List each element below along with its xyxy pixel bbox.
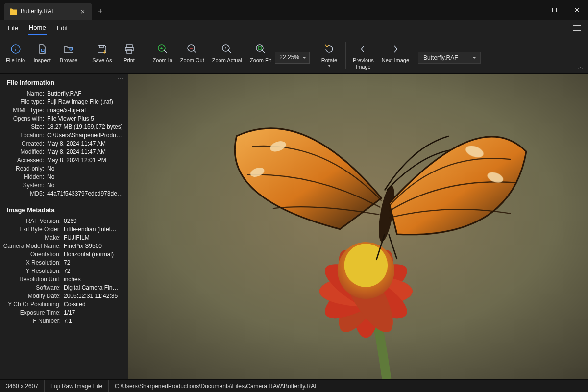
property-key: System: bbox=[0, 182, 47, 189]
property-key: Created: bbox=[0, 140, 47, 147]
property-key: Software: bbox=[0, 284, 64, 291]
status-filetype: Fuji Raw Image File bbox=[45, 380, 109, 392]
minimize-button[interactable] bbox=[520, 0, 543, 20]
status-dimensions: 3460 x 2607 bbox=[0, 380, 45, 392]
property-row: Resolution Unit:inches bbox=[0, 275, 128, 283]
zoom-out-label: Zoom Out bbox=[180, 57, 204, 64]
window-controls bbox=[520, 0, 588, 20]
menu-file[interactable]: File bbox=[7, 22, 19, 35]
title-bar: Butterfly.RAF × + bbox=[0, 0, 588, 20]
zoom-fit-label: Zoom Fit bbox=[250, 57, 271, 64]
property-value: Butterfly.RAF bbox=[47, 90, 81, 97]
browse-icon bbox=[62, 42, 75, 56]
property-row: F Number:7.1 bbox=[0, 317, 128, 325]
property-key: X Resolution: bbox=[0, 259, 64, 266]
zoom-actual-label: Zoom Actual bbox=[212, 57, 242, 64]
property-key: Modify Date: bbox=[0, 293, 64, 299]
property-value: No bbox=[47, 173, 54, 180]
file-info-button[interactable]: File Info bbox=[2, 40, 29, 66]
property-value: 0269 bbox=[64, 218, 77, 224]
menu-home[interactable]: Home bbox=[28, 21, 47, 35]
property-row: Software:Digital Camera Fin… bbox=[0, 283, 128, 292]
file-icon bbox=[10, 8, 17, 15]
property-key: Hidden: bbox=[0, 173, 47, 180]
collapse-ribbon-icon[interactable]: ︿ bbox=[578, 64, 583, 71]
tab-title: Butterfly.RAF bbox=[21, 8, 55, 15]
save-as-button[interactable]: Save As bbox=[88, 40, 116, 66]
inspect-button[interactable]: Inspect bbox=[29, 40, 55, 66]
property-value: May 8, 2024 11:47 AM bbox=[47, 140, 106, 147]
content-area: ⋮ File Information Name:Butterfly.RAFFil… bbox=[0, 74, 588, 379]
info-sidebar[interactable]: ⋮ File Information Name:Butterfly.RAFFil… bbox=[0, 74, 128, 379]
property-key: MIME Type: bbox=[0, 107, 47, 114]
property-value: 72 bbox=[64, 268, 70, 274]
status-bar: 3460 x 2607 Fuji Raw Image File C:\Users… bbox=[0, 379, 588, 392]
zoom-in-label: Zoom In bbox=[153, 57, 172, 64]
previous-image-button[interactable]: Previous Image bbox=[349, 40, 378, 72]
browse-button[interactable]: Browse bbox=[55, 40, 82, 66]
rotate-button[interactable]: Rotate ▾ bbox=[316, 40, 343, 70]
property-value: 2006:12:31 11:42:35 bbox=[64, 293, 118, 299]
property-key: Opens with: bbox=[0, 115, 47, 122]
close-tab-icon[interactable]: × bbox=[79, 8, 86, 15]
property-row: Y Resolution:72 bbox=[0, 267, 128, 275]
print-label: Print bbox=[123, 57, 135, 64]
zoom-actual-button[interactable]: 1 Zoom Actual bbox=[208, 40, 246, 66]
close-window-button[interactable] bbox=[565, 0, 588, 20]
property-value: No bbox=[47, 182, 54, 189]
property-value: 44a71f5433797edcd973de… bbox=[47, 190, 123, 197]
property-row: Exif Byte Order:Little-endian (Intel… bbox=[0, 225, 128, 233]
zoom-out-button[interactable]: Zoom Out bbox=[176, 40, 208, 66]
property-key: Y Resolution: bbox=[0, 268, 64, 274]
svg-point-44 bbox=[344, 244, 388, 287]
property-value: FUJIFILM bbox=[64, 234, 90, 241]
zoom-fit-button[interactable]: Zoom Fit bbox=[246, 40, 275, 66]
svg-line-25 bbox=[228, 50, 231, 53]
image-viewer[interactable] bbox=[128, 74, 588, 379]
document-tab[interactable]: Butterfly.RAF × bbox=[4, 3, 92, 20]
previous-image-label: Previous Image bbox=[353, 57, 374, 70]
property-row: Accessed:May 8, 2024 12:01 PM bbox=[0, 156, 128, 164]
next-image-label: Next Image bbox=[382, 57, 409, 64]
property-value: inches bbox=[64, 276, 81, 283]
file-info-section-title: File Information bbox=[0, 74, 128, 89]
property-row: Name:Butterfly.RAF bbox=[0, 89, 128, 98]
property-row: Location:C:\Users\SharpenedProdu… bbox=[0, 131, 128, 139]
property-key: Camera Model Name: bbox=[0, 243, 64, 249]
svg-line-18 bbox=[164, 50, 167, 53]
property-key: Exif Byte Order: bbox=[0, 226, 64, 233]
save-as-label: Save As bbox=[92, 57, 112, 64]
zoom-value: 22.25% bbox=[279, 54, 299, 61]
property-key: Accessed: bbox=[0, 157, 47, 164]
svg-rect-12 bbox=[99, 45, 103, 48]
property-row: Opens with:File Viewer Plus 5 bbox=[0, 114, 128, 122]
panel-menu-icon[interactable]: ⋮ bbox=[117, 76, 124, 82]
property-value: No bbox=[47, 165, 54, 172]
zoom-in-button[interactable]: Zoom In bbox=[149, 40, 176, 66]
hamburger-icon[interactable] bbox=[573, 25, 581, 31]
zoom-fit-icon bbox=[254, 42, 268, 56]
inspect-label: Inspect bbox=[33, 57, 50, 64]
next-image-button[interactable]: Next Image bbox=[378, 40, 413, 66]
property-value: C:\Users\SharpenedProdu… bbox=[47, 132, 122, 139]
new-tab-button[interactable]: + bbox=[92, 3, 109, 20]
property-row: Y Cb Cr Positioning:Co-sited bbox=[0, 300, 128, 308]
property-value: Co-sited bbox=[64, 301, 86, 308]
property-row: Created:May 8, 2024 11:47 AM bbox=[0, 139, 128, 147]
zoom-in-icon bbox=[156, 42, 170, 56]
property-value: Digital Camera Fin… bbox=[64, 284, 118, 291]
maximize-button[interactable] bbox=[543, 0, 565, 20]
property-row: X Resolution:72 bbox=[0, 258, 128, 267]
property-key: File type: bbox=[0, 98, 47, 105]
menu-edit[interactable]: Edit bbox=[56, 22, 69, 35]
zoom-level-select[interactable]: 22.25% bbox=[275, 52, 310, 64]
file-select-value: Butterfly.RAF bbox=[423, 54, 458, 61]
property-key: F Number: bbox=[0, 318, 64, 324]
image-file-select[interactable]: Butterfly.RAF bbox=[418, 52, 481, 64]
property-value: Fuji Raw Image File (.raf) bbox=[47, 98, 113, 105]
print-button[interactable]: Print bbox=[116, 40, 143, 66]
property-key: Make: bbox=[0, 234, 64, 241]
property-value: May 8, 2024 11:47 AM bbox=[47, 148, 106, 155]
property-row: Make:FUJIFILM bbox=[0, 233, 128, 242]
chevron-right-icon bbox=[389, 42, 402, 56]
